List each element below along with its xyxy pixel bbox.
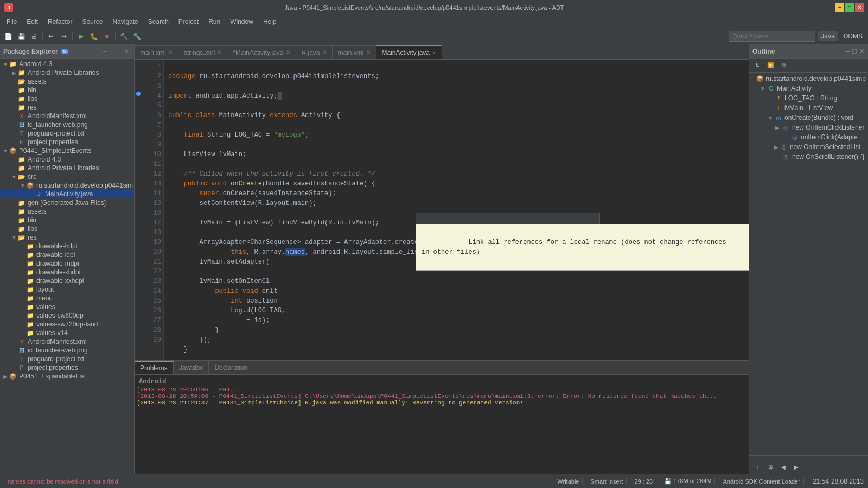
tab-close-icon[interactable]: ✕ bbox=[432, 50, 436, 56]
tree-item-assets2[interactable]: 📁 assets bbox=[0, 207, 134, 216]
tree-item-libs[interactable]: 📁 libs bbox=[0, 94, 134, 103]
tree-item-android43-2[interactable]: 📁 Android 4.3 bbox=[0, 155, 134, 164]
tree-item-project-props2[interactable]: P project.properties bbox=[0, 363, 134, 372]
tree-item-values-sw720dp-land[interactable]: 📁 values-sw720dp-land bbox=[0, 320, 134, 329]
outline-bottom-btn4[interactable]: ▶ bbox=[790, 461, 802, 473]
minimize-button[interactable]: − bbox=[835, 3, 844, 12]
save-button[interactable]: 💾 bbox=[15, 30, 27, 42]
menu-help[interactable]: Help bbox=[259, 17, 281, 27]
outline-item-mainactivity[interactable]: ▼ C MainActivity bbox=[749, 84, 868, 93]
tab-javadoc[interactable]: Javadoc bbox=[174, 361, 209, 374]
tree-item-drawable-xxhdpi[interactable]: 📁 drawable-xxhdpi bbox=[0, 277, 134, 285]
pe-close-button[interactable]: ✕ bbox=[122, 47, 131, 56]
tab-main-xml-1[interactable]: main.xml ✕ bbox=[135, 45, 178, 59]
menu-run[interactable]: Run bbox=[204, 17, 225, 27]
menu-source[interactable]: Source bbox=[78, 17, 107, 27]
tree-item-drawable-mdpi[interactable]: 📁 drawable-mdpi bbox=[0, 259, 134, 268]
menu-navigate[interactable]: Navigate bbox=[108, 17, 142, 27]
tab-mainactivity-active[interactable]: MainActivity.java ✕ bbox=[376, 45, 442, 59]
tree-item-drawable-hdpi[interactable]: 📁 drawable-hdpi bbox=[0, 242, 134, 251]
outline-item-oncreate[interactable]: ▼ m onCreate(Bundle) : void bbox=[749, 113, 868, 123]
menu-edit[interactable]: Edit bbox=[22, 17, 42, 27]
close-button[interactable]: ✕ bbox=[855, 3, 864, 12]
tree-item-proguard[interactable]: T proguard-project.txt bbox=[0, 129, 134, 138]
outline-maximize-button[interactable]: □ bbox=[852, 47, 857, 55]
menu-project[interactable]: Project bbox=[174, 17, 203, 27]
maximize-button[interactable]: □ bbox=[845, 3, 854, 12]
tree-item-gen[interactable]: 📁 gen [Generated Java Files] bbox=[0, 198, 134, 207]
pe-maximize-button[interactable]: □ bbox=[111, 47, 120, 56]
tree-item-assets[interactable]: 📂 assets bbox=[0, 77, 134, 86]
tree-item-bin[interactable]: 📁 bin bbox=[0, 86, 134, 94]
redo-button[interactable]: ↪ bbox=[58, 30, 70, 42]
outline-item-logtag[interactable]: f LOG_TAG : String bbox=[749, 93, 868, 103]
tree-item-values-v14[interactable]: 📁 values-v14 bbox=[0, 329, 134, 337]
tree-item-project-props[interactable]: P project.properties bbox=[0, 138, 134, 146]
tab-close-icon[interactable]: ✕ bbox=[366, 49, 371, 55]
tab-main-xml-2[interactable]: main.xml ✕ bbox=[333, 45, 376, 59]
build-button[interactable]: 🔨 bbox=[118, 30, 130, 42]
java-perspective-label[interactable]: Java bbox=[818, 31, 838, 41]
outline-bottom-btn[interactable]: ↕ bbox=[751, 461, 763, 473]
outline-item-package[interactable]: 📦 ru.startandroid.develop.p0441simp bbox=[749, 74, 868, 84]
pe-minimize-button[interactable]: − bbox=[100, 47, 109, 56]
tree-item-proguard2[interactable]: T proguard-project.txt bbox=[0, 355, 134, 363]
outline-item-anon-selected[interactable]: ▶ ◎ new OnItemSelectedList... bbox=[749, 142, 868, 152]
tree-item-android43[interactable]: ▼ 📁 Android 4.3 bbox=[0, 60, 134, 68]
tree-item-drawable-xhdpi[interactable]: 📁 drawable-xhdpi bbox=[0, 268, 134, 277]
undo-button[interactable]: ↩ bbox=[45, 30, 57, 42]
run-button[interactable]: ▶ bbox=[75, 30, 87, 42]
tree-item-androidmanifest2[interactable]: X AndroidManifest.xml bbox=[0, 337, 134, 346]
quick-access-input[interactable] bbox=[729, 31, 815, 42]
tree-item-p0451[interactable]: ▶ 📦 P0451_ExpandableList bbox=[0, 372, 134, 381]
tab-mainactivity-modified[interactable]: *MainActivity.java ✕ bbox=[227, 45, 296, 59]
tree-item-private-libs[interactable]: ▶ 📁 Android Private Libraries bbox=[0, 68, 134, 77]
ddms-perspective-label[interactable]: DDMS bbox=[840, 31, 866, 41]
outline-bottom-btn2[interactable]: ⊞ bbox=[764, 461, 776, 473]
outline-item-onitemclick[interactable]: ◎ onItemClick(Adapte bbox=[749, 132, 868, 142]
tree-item-mainactivity[interactable]: J MainActivity.java bbox=[0, 190, 134, 198]
outline-item-lvmain[interactable]: f lvMain : ListView bbox=[749, 103, 868, 113]
tree-item-res[interactable]: 📁 res bbox=[0, 103, 134, 112]
tree-item-drawable-ldpi[interactable]: 📁 drawable-ldpi bbox=[0, 251, 134, 259]
tab-close-icon[interactable]: ✕ bbox=[286, 49, 290, 55]
tree-item-private-libs2[interactable]: 📁 Android Private Libraries bbox=[0, 164, 134, 172]
outline-sort-button[interactable]: ⇅ bbox=[751, 60, 763, 72]
tree-item-libs2[interactable]: 📁 libs bbox=[0, 224, 134, 233]
tab-close-icon[interactable]: ✕ bbox=[217, 49, 221, 55]
tab-declaration[interactable]: Declaration bbox=[209, 361, 253, 374]
outline-item-anon-scroll[interactable]: ◎ new OnScrollListener() {} bbox=[749, 152, 868, 162]
tree-item-iclauncher2[interactable]: 🖼 ic_launcher-web.png bbox=[0, 346, 134, 355]
outline-collapse-button[interactable]: ⊟ bbox=[777, 60, 789, 72]
code-editor[interactable]: package ru.startandroid.develop.p0441sim… bbox=[164, 60, 749, 360]
tree-item-values-sw600dp[interactable]: 📁 values-sw600dp bbox=[0, 311, 134, 320]
tab-problems[interactable]: Problems bbox=[135, 361, 174, 374]
tree-item-androidmanifest[interactable]: X AndroidManifest.xml bbox=[0, 112, 134, 120]
menu-search[interactable]: Search bbox=[144, 17, 173, 27]
outline-item-anon-onclick[interactable]: ▶ ◎ new OnItemClickListener bbox=[749, 123, 868, 132]
print-button[interactable]: 🖨 bbox=[28, 30, 40, 42]
outline-minimize-button[interactable]: − bbox=[846, 47, 850, 55]
tab-close-icon[interactable]: ✕ bbox=[168, 49, 173, 55]
tree-item-res2[interactable]: ▼ 📂 res bbox=[0, 233, 134, 242]
tree-item-package[interactable]: ▼ 📦 ru.startandroid.develop.p0441sim bbox=[0, 181, 134, 190]
tab-strings-xml[interactable]: strings.xml ✕ bbox=[178, 45, 227, 59]
stop-button[interactable]: ■ bbox=[101, 30, 113, 42]
tab-r-java[interactable]: R.java ✕ bbox=[296, 45, 333, 59]
clean-button[interactable]: 🔧 bbox=[131, 30, 143, 42]
tree-item-values[interactable]: 📁 values bbox=[0, 303, 134, 311]
tree-item-menu[interactable]: 📁 menu bbox=[0, 294, 134, 303]
outline-close-button[interactable]: ✕ bbox=[859, 47, 865, 55]
outline-filter-button[interactable]: 🔽 bbox=[764, 60, 776, 72]
tree-item-iclauncher[interactable]: 🖼 ic_launcher-web.png bbox=[0, 120, 134, 129]
menu-window[interactable]: Window bbox=[226, 17, 258, 27]
tree-item-bin2[interactable]: 📁 bin bbox=[0, 216, 134, 224]
outline-bottom-btn3[interactable]: ◀ bbox=[777, 461, 789, 473]
tree-item-p0441[interactable]: ▼ 📦 P0441_SimpleListEvents bbox=[0, 146, 134, 155]
new-button[interactable]: 📄 bbox=[2, 30, 14, 42]
menu-refactor[interactable]: Refactor bbox=[43, 17, 76, 27]
tree-item-src[interactable]: ▼ 📂 src bbox=[0, 172, 134, 181]
tree-item-layout[interactable]: 📁 layout bbox=[0, 285, 134, 294]
menu-file[interactable]: File bbox=[2, 17, 21, 27]
debug-button[interactable]: 🐛 bbox=[88, 30, 100, 42]
